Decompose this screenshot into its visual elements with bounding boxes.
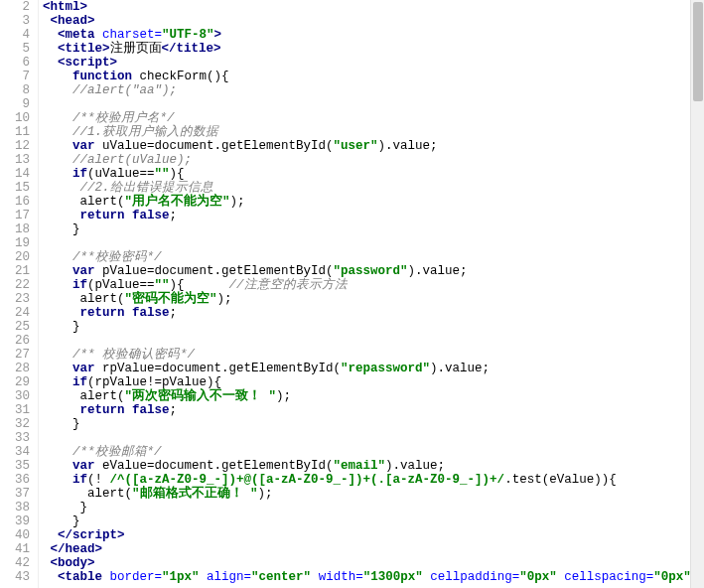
vertical-scrollbar[interactable] <box>690 0 704 588</box>
line-number: 29 <box>0 375 30 389</box>
code-line <box>43 334 704 348</box>
line-number: 22 <box>0 278 30 292</box>
code-line: } <box>43 417 704 431</box>
line-number: 23 <box>0 292 30 306</box>
line-number: 33 <box>0 431 30 445</box>
code-line: <title>注册页面</title> <box>43 42 704 56</box>
code-line: return false; <box>43 209 704 222</box>
line-number: 11 <box>0 125 30 139</box>
code-line: alert("用户名不能为空"); <box>43 195 704 209</box>
line-number: 16 <box>0 195 30 209</box>
code-line <box>43 431 704 445</box>
line-number: 38 <box>0 501 30 514</box>
line-number: 41 <box>0 542 30 556</box>
line-number: 24 <box>0 306 30 320</box>
code-line: //alert("aa"); <box>43 83 704 97</box>
line-number: 32 <box>0 417 30 431</box>
line-number: 28 <box>0 362 30 375</box>
code-line: } <box>43 222 704 236</box>
code-line: var eValue=document.getElementById("emai… <box>43 459 704 473</box>
code-line: } <box>43 501 704 514</box>
code-line <box>43 97 704 111</box>
line-number: 6 <box>0 56 30 70</box>
code-line: /** 校验确认密码*/ <box>43 348 704 362</box>
line-number: 9 <box>0 97 30 111</box>
code-editor: 2345678910111213141516171819202122232425… <box>0 0 704 588</box>
code-line: <body> <box>43 556 704 570</box>
code-line: function checkForm(){ <box>43 70 704 83</box>
line-number: 34 <box>0 445 30 459</box>
line-number: 4 <box>0 28 30 42</box>
line-number: 3 <box>0 14 30 28</box>
code-line: </script> <box>43 528 704 542</box>
line-number: 13 <box>0 153 30 167</box>
code-line: var pValue=document.getElementById("pass… <box>43 264 704 278</box>
line-number: 27 <box>0 348 30 362</box>
code-line: /**校验密码*/ <box>43 250 704 264</box>
code-line: var uValue=document.getElementById("user… <box>43 139 704 153</box>
code-line <box>43 236 704 250</box>
code-line: if(pValue==""){ //注意空的表示方法 <box>43 278 704 292</box>
code-line: alert("密码不能为空"); <box>43 292 704 306</box>
line-number: 10 <box>0 111 30 125</box>
line-number: 18 <box>0 222 30 236</box>
line-number: 37 <box>0 487 30 501</box>
line-number: 39 <box>0 514 30 528</box>
code-line: return false; <box>43 306 704 320</box>
code-line: } <box>43 320 704 334</box>
line-number: 30 <box>0 389 30 403</box>
line-number: 21 <box>0 264 30 278</box>
line-number: 2 <box>0 0 30 14</box>
line-number: 43 <box>0 570 30 584</box>
line-number: 31 <box>0 403 30 417</box>
line-number: 35 <box>0 459 30 473</box>
line-number: 40 <box>0 528 30 542</box>
line-number: 17 <box>0 209 30 222</box>
code-line: /**校验邮箱*/ <box>43 445 704 459</box>
line-number: 8 <box>0 83 30 97</box>
code-line: //alert(uValue); <box>43 153 704 167</box>
code-line: alert("邮箱格式不正确！ "); <box>43 487 704 501</box>
code-line: if(rpValue!=pValue){ <box>43 375 704 389</box>
code-line: alert("两次密码输入不一致！ "); <box>43 389 704 403</box>
line-number: 12 <box>0 139 30 153</box>
code-line: if(! /^([a-zA-Z0-9_-])+@([a-zA-Z0-9_-])+… <box>43 473 704 487</box>
line-number: 19 <box>0 236 30 250</box>
line-number: 5 <box>0 42 30 56</box>
code-line: return false; <box>43 403 704 417</box>
code-line: <html> <box>43 0 704 14</box>
code-line: if(uValue==""){ <box>43 167 704 181</box>
code-line: <meta charset="UTF-8"> <box>43 28 704 42</box>
line-number: 36 <box>0 473 30 487</box>
line-number: 42 <box>0 556 30 570</box>
code-line: } <box>43 514 704 528</box>
code-line: /**校验用户名*/ <box>43 111 704 125</box>
line-number-gutter: 2345678910111213141516171819202122232425… <box>0 0 38 588</box>
code-line: <script> <box>43 56 704 70</box>
code-content[interactable]: <html> <head> <meta charset="UTF-8"> <ti… <box>38 0 704 588</box>
code-line: <table border="1px" align="center" width… <box>43 570 704 584</box>
scrollbar-thumb[interactable] <box>693 2 703 101</box>
line-number: 20 <box>0 250 30 264</box>
line-number: 26 <box>0 334 30 348</box>
code-line: var rpValue=document.getElementById("rep… <box>43 362 704 375</box>
code-line: //1.获取用户输入的数据 <box>43 125 704 139</box>
line-number: 14 <box>0 167 30 181</box>
code-line: //2.给出错误提示信息 <box>43 181 704 195</box>
line-number: 7 <box>0 70 30 83</box>
code-line: </head> <box>43 542 704 556</box>
line-number: 15 <box>0 181 30 195</box>
line-number: 25 <box>0 320 30 334</box>
code-line: <head> <box>43 14 704 28</box>
